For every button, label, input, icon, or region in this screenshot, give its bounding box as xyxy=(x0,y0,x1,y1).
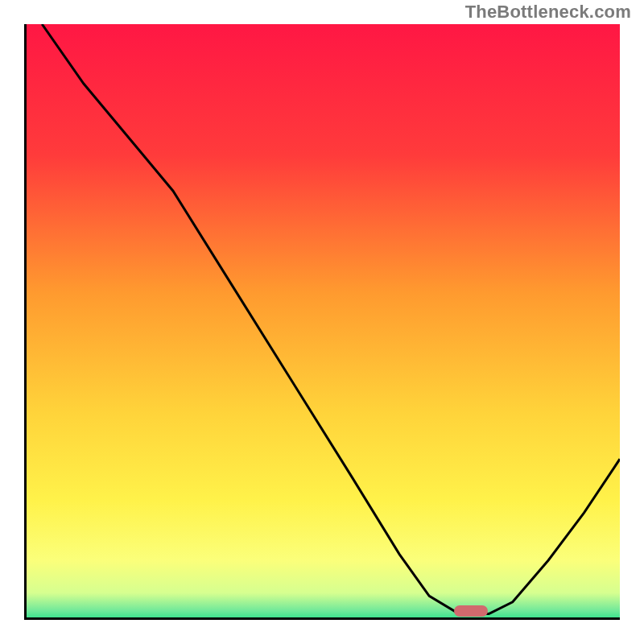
chart-root: TheBottleneck.com xyxy=(0,0,644,644)
bottleneck-curve xyxy=(42,24,620,614)
optimal-range-marker xyxy=(454,605,488,617)
attribution-text: TheBottleneck.com xyxy=(465,2,631,23)
plot-area xyxy=(24,24,620,620)
curve-layer xyxy=(24,24,620,620)
